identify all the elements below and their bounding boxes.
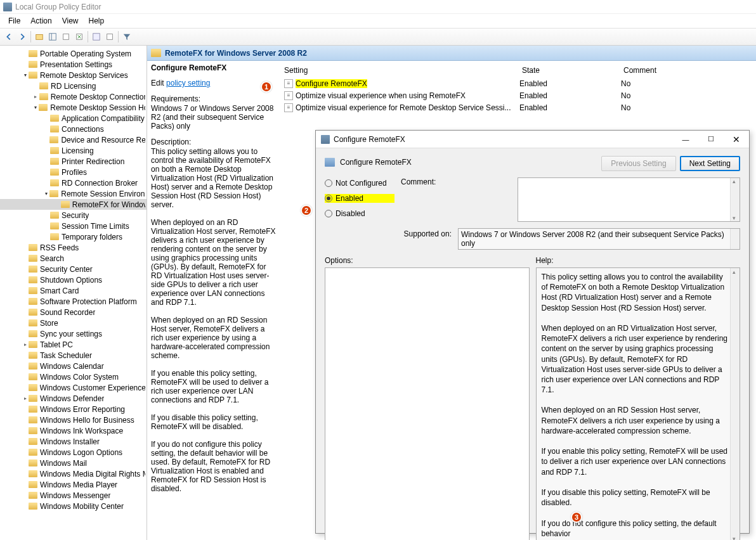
settings-row[interactable]: ≡Optimize visual experience for Remote D…	[284, 101, 756, 113]
tree-label: Tablet PC	[40, 340, 73, 349]
filter-button[interactable]	[121, 30, 133, 43]
chevron-right-icon[interactable]: ▸	[32, 94, 39, 100]
folder-icon	[29, 481, 37, 488]
export-button[interactable]	[73, 30, 86, 43]
policy-setting-link[interactable]: policy setting	[166, 79, 210, 87]
tree-item[interactable]: Windows Media Player	[0, 479, 147, 490]
tree-item[interactable]: Windows Mobility Center	[0, 501, 147, 511]
up-button[interactable]	[33, 30, 46, 43]
requirements-text: Windows 7 or Windows Server 2008 R2 (and…	[151, 104, 278, 131]
delete-button[interactable]	[60, 30, 72, 43]
tree-label: Remote Desktop Connection	[51, 93, 145, 101]
tree-item[interactable]: Device and Resource Red	[0, 134, 147, 145]
folder-icon	[29, 330, 37, 337]
tree-item[interactable]: Windows Customer Experience I	[0, 382, 147, 393]
show-hide-tree-button[interactable]	[46, 30, 59, 43]
tree-item[interactable]: Windows Ink Workspace	[0, 425, 147, 436]
chevron-right-icon[interactable]: ▸	[22, 395, 29, 401]
tree-item[interactable]: Profiles	[0, 167, 147, 177]
menu-help[interactable]: Help	[84, 15, 110, 27]
properties-button[interactable]	[103, 30, 116, 43]
tree-item[interactable]: ▾Remote Session Environm	[0, 188, 147, 199]
tree-item[interactable]: Windows Mail	[0, 458, 147, 468]
previous-setting-button[interactable]: Previous Setting	[601, 156, 675, 171]
tree-item[interactable]: RD Licensing	[0, 80, 147, 91]
menu-file[interactable]: File	[3, 15, 25, 27]
tree-item[interactable]: Temporary folders	[0, 231, 147, 242]
tree-label: Windows Media Player	[40, 480, 117, 489]
dialog-body: Configure RemoteFX Previous Setting Next…	[316, 148, 749, 540]
tree-item[interactable]: Sound Recorder	[0, 307, 147, 318]
tree-item[interactable]: Windows Hello for Business	[0, 415, 147, 425]
comment-section: Comment:	[401, 177, 511, 222]
tree-item[interactable]: RSS Feeds	[0, 242, 147, 253]
minimize-button[interactable]: —	[673, 131, 698, 148]
callout-3: 3	[571, 511, 582, 523]
tree-item[interactable]: Sync your settings	[0, 328, 147, 339]
radio-disabled[interactable]: Disabled	[325, 209, 394, 218]
chevron-down-icon[interactable]: ▾	[22, 72, 29, 78]
settings-row[interactable]: ≡Configure RemoteFXEnabledNo	[284, 77, 756, 89]
dialog-titlebar[interactable]: Configure RemoteFX — ☐ ✕	[316, 131, 749, 148]
tree-item[interactable]: Windows Error Reporting	[0, 404, 147, 415]
tree-item[interactable]: Application Compatibility	[0, 113, 147, 124]
tree-item[interactable]: Connections	[0, 124, 147, 134]
maximize-button[interactable]: ☐	[698, 131, 724, 148]
scrollbar[interactable]	[730, 178, 740, 221]
radio-enabled[interactable]: Enabled	[325, 194, 394, 203]
tree-item[interactable]: Security	[0, 210, 147, 221]
tree-item[interactable]: Windows Color System	[0, 371, 147, 382]
folder-icon	[50, 115, 59, 122]
chevron-right-icon[interactable]: ▸	[22, 342, 29, 347]
radio-not-configured[interactable]: Not Configured	[325, 179, 394, 188]
tree-item[interactable]: RemoteFX for Windov	[0, 199, 147, 210]
tree-item[interactable]: Security Center	[0, 264, 147, 274]
menu-action[interactable]: Action	[25, 15, 56, 27]
tree-item[interactable]: Windows Messenger	[0, 490, 147, 501]
tree-item[interactable]: Session Time Limits	[0, 221, 147, 231]
forward-button[interactable]	[16, 30, 29, 43]
tree-item[interactable]: Shutdown Options	[0, 274, 147, 285]
window-titlebar: Local Group Policy Editor	[0, 0, 756, 14]
tree-item[interactable]: Presentation Settings	[0, 59, 147, 70]
tree-item[interactable]: Printer Redirection	[0, 156, 147, 167]
tree-item[interactable]: Licensing	[0, 145, 147, 156]
help-box[interactable]: This policy setting allows you to contro…	[536, 267, 741, 540]
tree-item[interactable]: Search	[0, 253, 147, 264]
comment-textarea[interactable]	[518, 177, 740, 222]
menu-view[interactable]: View	[57, 15, 84, 27]
tree-item[interactable]: ▾Remote Desktop Session Hos	[0, 102, 147, 113]
tree-label: Windows Error Reporting	[40, 405, 125, 414]
settings-row[interactable]: ≡Optimize visual experience when using R…	[284, 89, 756, 101]
chevron-down-icon[interactable]: ▾	[32, 105, 39, 110]
col-setting[interactable]: Setting	[284, 66, 522, 75]
tree-item[interactable]: Store	[0, 318, 147, 328]
tree-item[interactable]: ▾Remote Desktop Services	[0, 70, 147, 80]
tree-item[interactable]: RD Connection Broker	[0, 177, 147, 188]
tree-item[interactable]: Windows Media Digital Rights M	[0, 468, 147, 479]
tree-label: Windows Hello for Business	[40, 416, 134, 425]
back-button[interactable]	[3, 30, 15, 43]
tree-item[interactable]: Task Scheduler	[0, 350, 147, 361]
col-comment[interactable]: Comment	[623, 66, 700, 75]
tree-item[interactable]: Windows Calendar	[0, 361, 147, 371]
tree-item[interactable]: ▸Windows Defender	[0, 393, 147, 404]
col-state[interactable]: State	[522, 66, 623, 75]
setting-name: Configure RemoteFX	[296, 79, 367, 88]
tree-item[interactable]: Windows Logon Options	[0, 447, 147, 458]
tree-item[interactable]: Software Protection Platform	[0, 296, 147, 307]
folder-icon	[29, 72, 37, 79]
chevron-down-icon[interactable]: ▾	[43, 191, 49, 196]
tree-item[interactable]: ▸Remote Desktop Connection	[0, 91, 147, 102]
tree-item[interactable]: Windows Installer	[0, 436, 147, 447]
next-setting-button[interactable]: Next Setting	[680, 156, 740, 171]
close-button[interactable]: ✕	[724, 131, 749, 148]
scrollbar[interactable]	[730, 229, 740, 249]
help-button[interactable]	[90, 30, 103, 43]
tree-item[interactable]: Portable Operating System	[0, 48, 147, 59]
tree-pane[interactable]: Portable Operating SystemPresentation Se…	[0, 46, 147, 540]
options-box[interactable]	[325, 267, 530, 540]
tree-item[interactable]: ▸Tablet PC	[0, 339, 147, 350]
scrollbar[interactable]	[730, 268, 740, 540]
tree-item[interactable]: Smart Card	[0, 285, 147, 296]
